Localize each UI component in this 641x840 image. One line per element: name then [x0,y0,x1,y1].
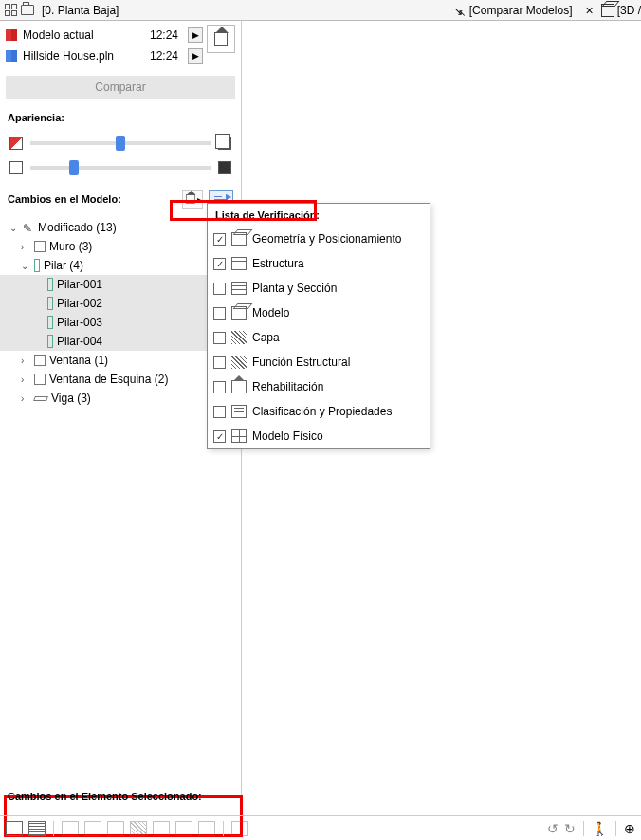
checkbox-icon[interactable]: ✓ [213,258,226,270]
checkbox-icon[interactable] [213,406,226,418]
bb-icon-6[interactable] [130,821,147,836]
bb-icon-10[interactable] [231,821,248,836]
bb-icon-4[interactable] [84,821,101,836]
appearance-slider-2[interactable] [30,166,211,170]
tab-3d[interactable]: [3D / [617,4,641,17]
category-icon [231,232,247,246]
redo-icon[interactable]: ↻ [564,821,576,836]
bb-icon-8[interactable] [175,821,192,836]
element-changes-label: Cambios en el Elemento Seleccionado: [8,791,202,802]
checklist-label: Función Estructural [252,356,350,369]
checklist-item[interactable]: Capa [208,325,430,350]
tree-item[interactable]: Pilar-002 [0,294,241,313]
category-icon [231,405,247,418]
category-icon [231,331,247,344]
model-other-time: 12:24 [150,49,178,63]
category-icon [231,429,247,443]
checkbox-icon[interactable] [213,283,226,295]
pilar-icon [47,278,53,291]
checklist-label: Capa [252,331,280,344]
tree-item[interactable]: ⌄Pilar (4) [0,256,241,275]
bb-icon-1[interactable] [6,821,23,836]
checklist-label: Modelo [252,306,289,320]
checklist-item[interactable]: ✓Modelo Físico [208,424,430,448]
tab-compare[interactable]: [Comparar Modelos] [469,4,573,17]
checkbox-icon[interactable]: ✓ [213,233,226,246]
checklist-item[interactable]: Planta y Sección [208,276,430,301]
arrow-button-other[interactable]: ▶ [188,48,203,64]
slider-start-icon [9,137,23,150]
category-icon [231,282,247,295]
close-icon[interactable]: × [585,3,593,18]
pencil-icon [23,222,34,233]
bb-icon-3[interactable] [62,821,79,836]
checkbox-icon[interactable] [213,332,226,344]
checklist-item[interactable]: Función Estructural [208,350,430,374]
person-walk-icon[interactable]: 🚶 [592,821,608,836]
bb-icon-9[interactable] [198,821,215,836]
checklist-label: Rehabilitación [252,380,323,393]
pilar-icon [47,297,53,310]
checklist-label: Planta y Sección [252,282,337,295]
model-other-name: Hillside House.pln [23,49,144,63]
pilar-icon [47,335,53,348]
slider-start-icon-2 [9,161,23,174]
compare-icon [454,5,466,16]
checklist-item[interactable]: Clasificación y Propiedades [208,399,430,424]
checklist-label: Estructura [252,257,304,270]
checklist-label: Geometría y Posicionamiento [252,232,401,246]
checkbox-icon[interactable] [213,307,226,320]
checklist-item[interactable]: ✓Geometría y Posicionamiento [208,227,430,251]
compare-button[interactable]: Comparar [6,76,235,99]
appearance-label: Apariencia: [0,104,241,127]
tree-item[interactable]: ›Ventana (1) [0,351,241,370]
bb-icon-2[interactable] [28,821,46,836]
arrow-button-current[interactable]: ▶ [188,27,203,43]
checklist-label: Clasificación y Propiedades [252,405,392,418]
category-icon [231,257,247,270]
element-icon [34,355,46,366]
category-icon [231,306,247,320]
tree-item[interactable]: ⌄Modificado (13) [0,218,241,237]
beam-icon [33,396,48,401]
category-icon [231,380,247,393]
slider-end-icon [218,137,231,150]
changes-in-model-label: Cambios en el Modelo: [8,193,176,205]
cube-3d-icon [601,4,614,17]
bb-icon-7[interactable] [153,821,170,836]
model-current-time: 12:24 [150,28,178,42]
pilar-icon [34,259,40,272]
tree-item[interactable]: ›Ventana de Esquina (2) [0,370,241,389]
tree-item[interactable]: Pilar-004 [0,332,241,351]
model-filter-button[interactable]: ▸ [182,190,203,209]
window-grid-icon[interactable] [2,2,19,19]
checklist-title: Lista de Verificación: [208,204,430,227]
model-house-button[interactable] [207,25,235,53]
checklist-popup: Lista de Verificación: ✓Geometría y Posi… [207,203,430,449]
checkbox-icon[interactable] [213,356,226,369]
zoom-in-icon[interactable]: ⊕ [624,821,635,836]
tree-item[interactable]: Pilar-001 [0,275,241,294]
model-color-current [6,29,17,41]
checklist-item[interactable]: ✓Estructura [208,251,430,276]
model-color-other [6,50,17,62]
checkbox-icon[interactable] [213,381,226,393]
checklist-item[interactable]: Modelo [208,301,430,325]
pilar-icon [47,316,53,329]
undo-icon[interactable]: ↺ [547,821,559,836]
tree-item[interactable]: ›Viga (3) [0,389,241,408]
checklist-item[interactable]: Rehabilitación [208,374,430,399]
slider-end-icon-2 [218,161,231,174]
category-icon [231,356,247,369]
tree-item[interactable]: Pilar-003 [0,313,241,332]
checkbox-icon[interactable]: ✓ [213,430,226,443]
model-current-name: Modelo actual [23,28,144,42]
element-icon [34,241,46,252]
bb-icon-5[interactable] [107,821,124,836]
tab-plan[interactable]: [0. Planta Baja] [38,4,122,17]
element-icon [34,374,46,385]
appearance-slider-1[interactable] [30,141,211,145]
tree-item[interactable]: ›Muro (3) [0,237,241,256]
checklist-label: Modelo Físico [252,429,323,443]
folder-icon [21,5,34,15]
